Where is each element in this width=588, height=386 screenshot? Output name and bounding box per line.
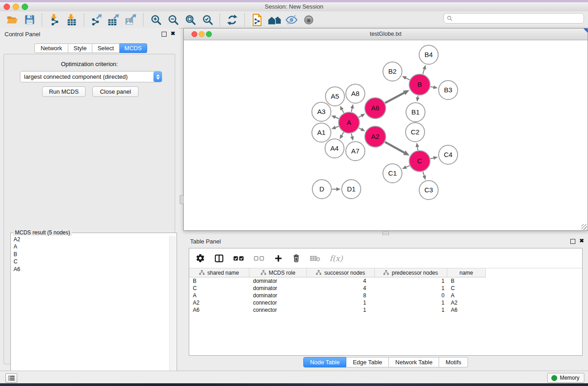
vertical-splitter-handle[interactable]: [180, 195, 184, 204]
close-panel-icon[interactable]: ✖: [171, 30, 175, 37]
import-table-button[interactable]: [63, 13, 80, 27]
tab-node-table[interactable]: Node Table: [303, 357, 347, 367]
export-table-button[interactable]: [105, 13, 122, 27]
graph-node-label: A1: [317, 129, 325, 136]
zoom-out-button[interactable]: [164, 13, 182, 27]
import-network-button[interactable]: [46, 13, 63, 27]
edge-A2-C[interactable]: [385, 142, 406, 153]
graph-node-label: A: [347, 119, 351, 126]
table-panel: Table Panel ✖ f(x) shared nameMCDS roles…: [183, 235, 588, 369]
import-table-icon: [66, 14, 78, 26]
edge-A6-B[interactable]: [385, 92, 406, 103]
float-table-panel-icon[interactable]: [570, 239, 575, 244]
home-button[interactable]: [266, 13, 283, 27]
list-icon: [8, 375, 15, 381]
mcds-result-item[interactable]: A: [11, 243, 170, 250]
application-window: Session: New Session Control Panel ✖ Net…: [0, 0, 588, 386]
mcds-result-item[interactable]: B: [11, 251, 170, 258]
main-titlebar[interactable]: Session: New Session: [0, 2, 588, 12]
column-header-predecessor-nodes[interactable]: predecessor nodes: [375, 268, 447, 277]
optimization-criterion-select[interactable]: largest connected component (directed): [20, 71, 162, 82]
edge-arrow-icon: [433, 86, 438, 89]
table-row[interactable]: Cdominator41C: [189, 285, 582, 292]
toggle-panel-button[interactable]: [214, 253, 224, 263]
delete-table-icon: [310, 254, 320, 262]
edge-arrow-icon: [336, 187, 341, 191]
table-cell: 8: [307, 292, 375, 299]
function-builder-icon: f(x): [330, 254, 343, 263]
zoom-selected-button[interactable]: [199, 13, 216, 27]
clear-selection-button[interactable]: [253, 254, 265, 262]
hide-details-button[interactable]: [283, 13, 300, 27]
save-session-button[interactable]: [21, 13, 38, 27]
mcds-result-item[interactable]: A6: [11, 266, 170, 273]
window-title: Session: New Session: [0, 3, 588, 10]
network-canvas[interactable]: B4B2BB3A5A8A6B1A3AA1A2C2A4A7C4CC1C3DD1: [184, 40, 588, 230]
zoom-in-button[interactable]: [147, 13, 164, 27]
search-input[interactable]: [454, 15, 581, 22]
table-cell: 4: [307, 285, 375, 291]
show-details-button[interactable]: [300, 13, 317, 27]
export-image-icon: [125, 14, 137, 26]
search-box[interactable]: [444, 13, 584, 24]
export-image-button[interactable]: [122, 13, 139, 27]
table-row[interactable]: Adominator80A: [189, 292, 582, 299]
zoom-actual-size-button[interactable]: [182, 13, 199, 27]
network-from-document-button[interactable]: [249, 13, 266, 27]
graph-node-label: C4: [444, 151, 452, 158]
memory-button[interactable]: Memory: [547, 373, 584, 383]
tab-edge-table[interactable]: Edge Table: [346, 357, 389, 367]
delete-columns-icon: [292, 253, 301, 263]
network-window-titlebar[interactable]: testGlobe.txt: [184, 29, 588, 40]
run-mcds-button[interactable]: Run MCDS: [42, 86, 86, 97]
close-panel-button[interactable]: Close panel: [92, 86, 139, 97]
mcds-result-item[interactable]: C: [11, 258, 170, 265]
tab-mcds[interactable]: MCDS: [120, 43, 147, 53]
open-file-button[interactable]: [4, 13, 21, 27]
table-panel-header: Table Panel ✖: [183, 235, 588, 247]
zoom-actual-size-icon: [185, 14, 196, 25]
table-row[interactable]: A6connector11A6: [189, 306, 582, 314]
table-row[interactable]: A2connector11A2: [189, 299, 582, 306]
export-network-button[interactable]: [88, 13, 105, 27]
search-icon: [447, 15, 453, 21]
table-cell: 1: [375, 278, 447, 284]
export-network-icon: [91, 14, 103, 26]
network-graph[interactable]: B4B2BB3A5A8A6B1A3AA1A2C2A4A7C4CC1C3DD1: [184, 40, 588, 230]
column-header-name[interactable]: name: [447, 268, 486, 277]
tab-select[interactable]: Select: [92, 43, 120, 53]
mcds-result-item[interactable]: A2: [11, 236, 170, 243]
tab-network-table[interactable]: Network Table: [389, 357, 439, 367]
table-row[interactable]: Bdominator41B: [189, 277, 582, 285]
resize-grip-icon[interactable]: [581, 224, 587, 230]
refresh-view-button[interactable]: [224, 13, 241, 27]
network-from-document-icon: [251, 14, 263, 26]
mcds-panel: Optimization criterion: largest connecte…: [4, 54, 175, 364]
table-cell: dominator: [249, 278, 307, 284]
close-table-panel-icon[interactable]: ✖: [579, 238, 584, 244]
graph-node-label: C3: [424, 186, 433, 194]
column-header-successor-nodes[interactable]: successor nodes: [307, 268, 375, 277]
delete-columns-button[interactable]: [292, 253, 301, 263]
table-cell: 1: [307, 307, 375, 313]
float-panel-icon[interactable]: [162, 32, 167, 37]
table-cell: 0: [375, 292, 447, 299]
open-file-icon: [6, 14, 19, 25]
column-settings-button[interactable]: [196, 253, 205, 263]
column-header-MCDS-role[interactable]: MCDS role: [249, 268, 307, 277]
tab-motifs[interactable]: Motifs: [439, 357, 468, 367]
show-details-icon: [303, 14, 315, 26]
table-body: Bdominator41BCdominator41CAdominator80AA…: [189, 277, 582, 314]
graph-node-label: B4: [425, 51, 433, 58]
column-header-shared-name[interactable]: shared name: [189, 268, 249, 277]
result-scrollbar[interactable]: [169, 236, 176, 386]
main-toolbar: [0, 11, 588, 29]
save-session-icon: [24, 14, 35, 25]
edge-arrow-icon: [350, 136, 354, 141]
control-panel-header: Control Panel ✖: [0, 28, 179, 40]
add-column-button[interactable]: [274, 254, 283, 263]
task-history-button[interactable]: [5, 373, 17, 383]
tab-network[interactable]: Network: [34, 43, 68, 53]
tab-style[interactable]: Style: [68, 43, 92, 53]
select-all-button[interactable]: [233, 254, 244, 262]
